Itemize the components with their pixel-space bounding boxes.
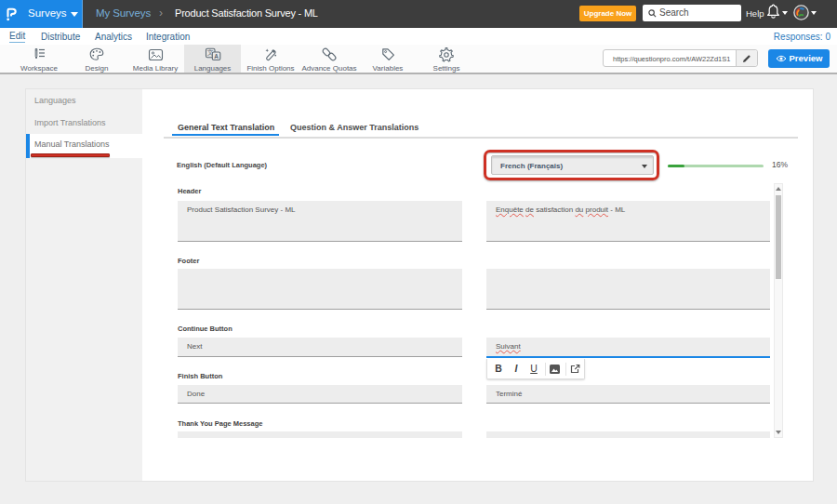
svg-text:A: A	[214, 53, 219, 60]
